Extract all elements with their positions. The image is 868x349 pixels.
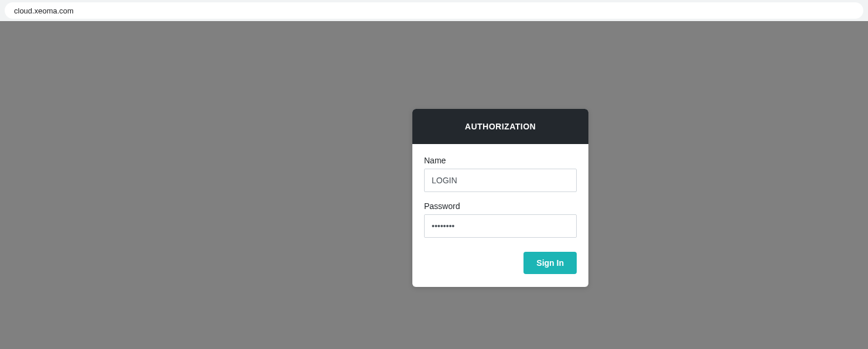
authorization-body: Name Password Sign In [412,144,588,287]
password-label: Password [424,201,577,211]
page-content: AUTHORIZATION Name Password Sign In [0,21,868,349]
name-input[interactable] [424,169,577,192]
password-group: Password [424,201,577,238]
authorization-header: AUTHORIZATION [412,109,588,144]
browser-chrome: cloud.xeoma.com [0,0,868,21]
signin-button[interactable]: Sign In [523,252,577,274]
url-text: cloud.xeoma.com [14,6,74,15]
authorization-card: AUTHORIZATION Name Password Sign In [412,109,588,287]
button-row: Sign In [424,252,577,274]
name-group: Name [424,156,577,192]
name-label: Name [424,156,577,165]
address-bar[interactable]: cloud.xeoma.com [5,2,863,19]
password-input[interactable] [424,214,577,238]
